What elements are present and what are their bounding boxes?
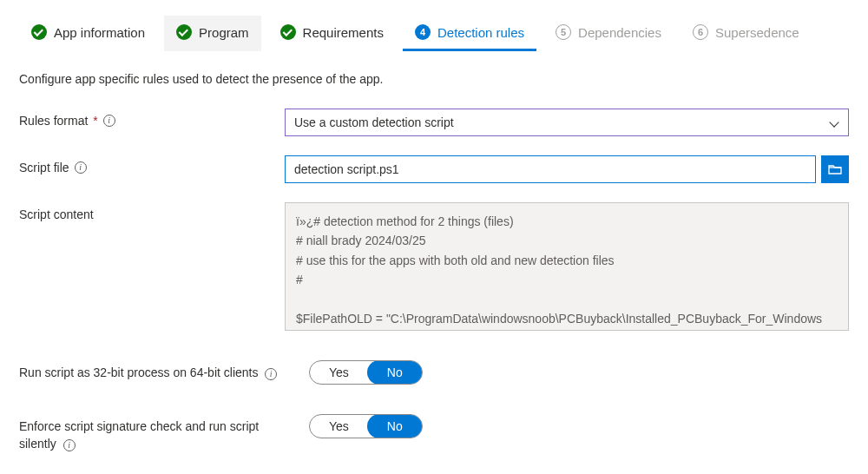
tab-dependencies[interactable]: 5 Dependencies xyxy=(543,16,674,51)
tab-label: App information xyxy=(54,25,145,40)
toggle-run-32bit: Yes No xyxy=(309,360,423,385)
toggle-enforce-sig: Yes No xyxy=(309,414,423,438)
label-enforce-sig: Enforce script signature check and run s… xyxy=(19,414,285,453)
page-description: Configure app specific rules used to det… xyxy=(19,72,849,86)
step-number-icon: 5 xyxy=(556,24,571,40)
script-file-input[interactable] xyxy=(285,155,816,183)
check-icon xyxy=(31,24,47,40)
folder-icon xyxy=(828,163,842,175)
info-icon[interactable]: i xyxy=(75,161,87,174)
step-number-icon: 4 xyxy=(415,24,431,40)
step-number-icon: 6 xyxy=(693,24,708,40)
check-icon xyxy=(176,24,192,40)
rules-format-select[interactable]: Use a custom detection script xyxy=(285,109,849,136)
row-rules-format: Rules format * i Use a custom detection … xyxy=(19,109,849,136)
row-script-content: Script content ï»¿# detection method for… xyxy=(19,202,849,331)
tab-label: Dependencies xyxy=(578,25,661,40)
tab-label: Supersedence xyxy=(715,25,799,40)
select-value: Use a custom detection script xyxy=(294,115,454,129)
info-icon[interactable]: i xyxy=(63,439,76,451)
info-icon[interactable]: i xyxy=(265,368,277,380)
browse-file-button[interactable] xyxy=(821,155,849,183)
row-script-file: Script file i xyxy=(19,155,849,183)
toggle-yes[interactable]: Yes xyxy=(310,361,368,384)
check-icon xyxy=(280,24,296,40)
label-script-file: Script file i xyxy=(19,155,285,174)
script-content-textarea[interactable]: ï»¿# detection method for 2 things (file… xyxy=(285,202,849,331)
info-icon[interactable]: i xyxy=(103,115,115,127)
tab-label: Detection rules xyxy=(437,25,524,40)
toggle-no[interactable]: No xyxy=(367,360,423,385)
required-star: * xyxy=(89,114,97,128)
row-enforce-sig: Enforce script signature check and run s… xyxy=(19,414,849,453)
label-script-content: Script content xyxy=(19,202,285,221)
label-run-32bit: Run script as 32-bit process on 64-bit c… xyxy=(19,360,285,381)
tab-requirements[interactable]: Requirements xyxy=(268,16,396,51)
tab-supersedence[interactable]: 6 Supersedence xyxy=(681,16,812,51)
tab-label: Program xyxy=(199,25,249,40)
tabs: App information Program Requirements 4 D… xyxy=(19,16,849,51)
toggle-no[interactable]: No xyxy=(367,414,423,438)
tab-app-information[interactable]: App information xyxy=(19,16,157,51)
row-run-32bit: Run script as 32-bit process on 64-bit c… xyxy=(19,360,849,385)
chevron-down-icon xyxy=(829,117,839,128)
tab-detection-rules[interactable]: 4 Detection rules xyxy=(403,16,536,51)
label-rules-format: Rules format * i xyxy=(19,109,285,128)
tab-label: Requirements xyxy=(303,25,384,40)
tab-program[interactable]: Program xyxy=(164,16,261,51)
toggle-yes[interactable]: Yes xyxy=(310,415,368,438)
